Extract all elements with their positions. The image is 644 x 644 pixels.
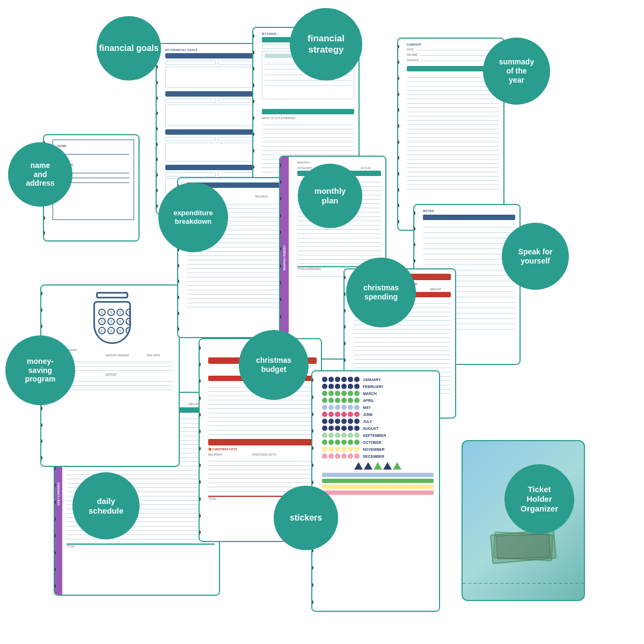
month-dot [341, 433, 347, 438]
month-dot [354, 384, 360, 389]
bubble-expenditure: expenditurebreakdown [158, 182, 228, 252]
bubble-label-financial-goals: financial goals [97, 41, 160, 55]
bubble-label-speak: Speak foryourself [516, 245, 555, 268]
month-dot [328, 377, 334, 382]
month-dot [328, 412, 334, 417]
bubble-label-xmas-budget: christmasbudget [254, 354, 294, 376]
month-dot [328, 384, 334, 389]
month-dot [354, 377, 360, 382]
month-dot [341, 453, 347, 459]
stickers-notebook: JANUARYFEBRUARYMARCHAPRILMAYJUNEJULYAUGU… [311, 370, 440, 612]
month-dot [328, 453, 334, 459]
bubble-monthly-plan: monthlyplan [298, 164, 362, 228]
month-dot [322, 405, 327, 410]
month-dot [348, 440, 353, 445]
month-name: FEBRUARY [363, 385, 392, 389]
month-name: MARCH [363, 392, 392, 396]
month-dot [341, 391, 347, 396]
month-dot [335, 447, 340, 452]
month-dot [341, 384, 347, 389]
month-dot [341, 426, 347, 431]
month-dot [328, 433, 334, 438]
month-sticker-row: OCTOBER [322, 440, 434, 445]
month-name: JULY [363, 420, 392, 423]
month-dot [322, 398, 327, 403]
month-dot [322, 440, 327, 445]
month-dot [328, 398, 334, 403]
month-dot [328, 405, 334, 410]
bubble-label-name-address: nameandaddress [24, 159, 57, 190]
bubble-label-ticket: TicketHolderOrganizer [518, 482, 560, 516]
bubble-stickers: stickers [274, 486, 338, 550]
month-sticker-row: MARCH [322, 391, 434, 396]
month-dot [335, 426, 340, 431]
month-dot [341, 412, 347, 417]
month-dot [348, 447, 353, 452]
month-dot [354, 419, 360, 424]
bubble-financial-strategy: financialstrategy [290, 8, 362, 80]
bubble-financial-goals: financial goals [97, 16, 161, 80]
bubble-christmas-spending: christmasspending [346, 258, 416, 327]
spiral-binding-6 [279, 157, 281, 358]
month-dot [335, 405, 340, 410]
month-dot [348, 426, 353, 431]
month-dot [335, 419, 340, 424]
month-dot [348, 384, 353, 389]
bubble-christmas-budget: christmasbudget [239, 330, 309, 400]
bubble-label-xmas-spending: christmasspending [361, 281, 401, 304]
month-dot [322, 391, 327, 396]
month-name: APRIL [363, 399, 392, 402]
month-dot [322, 433, 327, 438]
month-dot [322, 453, 327, 459]
month-dot [335, 398, 340, 403]
month-dot [335, 440, 340, 445]
month-dot [348, 412, 353, 417]
month-dot [348, 377, 353, 382]
month-dot [322, 447, 327, 452]
month-dot [354, 433, 360, 438]
month-name: JUNE [363, 413, 392, 416]
month-dot [341, 405, 347, 410]
month-dot [322, 384, 327, 389]
month-dot [354, 405, 360, 410]
bubble-label-summary: summadyof theyear [497, 55, 536, 86]
month-name: MAY [363, 406, 392, 409]
spiral-binding-3 [397, 39, 399, 230]
month-dot [354, 412, 360, 417]
month-sticker-row: MAY [322, 405, 434, 410]
month-name: NOVEMBER [363, 448, 392, 451]
spiral-binding-10 [199, 339, 201, 541]
bubble-ticket-holder: TicketHolderOrganizer [504, 464, 574, 534]
month-sticker-row: JANUARY [322, 377, 434, 382]
month-sticker-row: JUNE [322, 412, 434, 417]
month-sticker-row: DECEMBER [322, 453, 434, 459]
month-sticker-row: JULY [322, 419, 434, 424]
month-dot [335, 391, 340, 396]
month-name: OCTOBER [363, 441, 392, 444]
bubble-daily-schedule: dailyschedule [72, 472, 140, 539]
month-dot [328, 391, 334, 396]
month-dot [354, 440, 360, 445]
bubble-name-address: nameandaddress [8, 142, 72, 207]
nb-title-summary: SUMMARY [407, 43, 499, 46]
bubble-label-daily: dailyschedule [86, 494, 126, 518]
month-name: JANUARY [363, 378, 392, 382]
bubble-label-financial-strategy: financialstrategy [305, 31, 347, 57]
month-name: AUGUST [363, 427, 392, 430]
month-sticker-row: NOVEMBER [322, 447, 434, 452]
month-dot [328, 447, 334, 452]
spiral-binding-1 [156, 44, 158, 214]
month-dot [335, 377, 340, 382]
month-dot [322, 412, 327, 417]
month-dot [322, 426, 327, 431]
month-dot [328, 426, 334, 431]
month-dot [322, 419, 327, 424]
month-stickers: JANUARYFEBRUARYMARCHAPRILMAYJUNEJULYAUGU… [322, 377, 434, 459]
bubble-label-expenditure: expenditurebreakdown [171, 207, 215, 228]
bubble-label-monthly: monthlyplan [312, 184, 348, 208]
month-dot [348, 398, 353, 403]
month-name: DECEMBER [363, 455, 392, 458]
month-sticker-row: SEPTEMBER [322, 433, 434, 438]
month-dot [335, 433, 340, 438]
bubble-money-saving: money-savingprogram [5, 335, 75, 405]
